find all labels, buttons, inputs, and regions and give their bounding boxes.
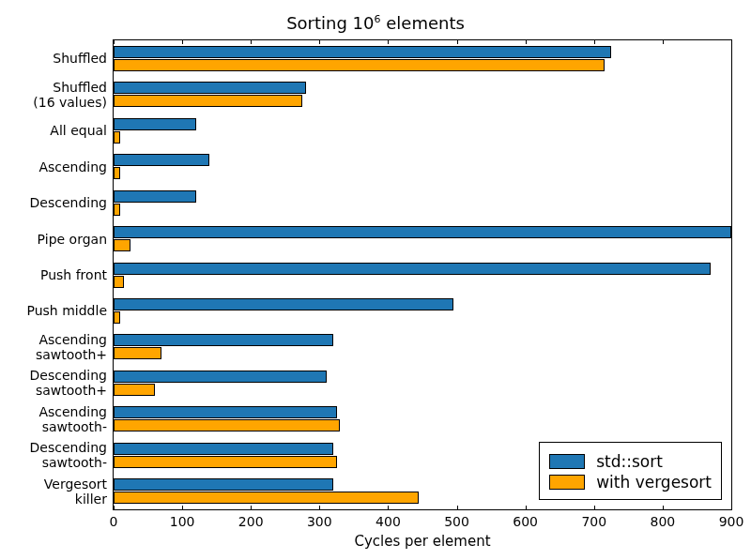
legend-label-std: std::sort xyxy=(596,452,663,471)
y-tick-label: Vergesort killer xyxy=(44,477,107,507)
bar-vergesort xyxy=(114,456,337,468)
y-tick-label: All equal xyxy=(50,123,107,138)
x-tick-mark xyxy=(114,506,115,510)
x-tick-mark xyxy=(388,506,389,510)
bar-vergesort xyxy=(114,311,120,324)
plot-area: std::sort with vergesort xyxy=(113,39,732,510)
x-tick-mark xyxy=(114,39,115,44)
bar-vergesort xyxy=(114,167,120,179)
x-tick-mark xyxy=(182,506,183,510)
y-tick-label: Shuffled (16 values) xyxy=(33,80,107,110)
x-tick-label: 200 xyxy=(238,514,264,529)
bar-vergesort xyxy=(114,95,302,107)
y-tick-label: Push middle xyxy=(27,303,108,318)
bar-std-sort xyxy=(114,263,711,275)
x-tick-mark xyxy=(526,506,527,510)
x-tick-mark xyxy=(594,506,595,510)
bar-std-sort xyxy=(114,478,333,491)
y-tick-label: Descending sawtooth+ xyxy=(30,368,107,398)
y-tick-label: Descending sawtooth- xyxy=(30,440,107,470)
bar-vergesort xyxy=(114,239,130,251)
y-tick-label: Ascending sawtooth+ xyxy=(36,332,107,362)
figure: Sorting 106 elements std::sort with verg… xyxy=(0,0,751,560)
x-tick-label: 400 xyxy=(376,514,401,529)
bar-vergesort xyxy=(114,131,120,144)
bar-std-sort xyxy=(114,82,306,94)
y-tick-label: Push front xyxy=(40,267,107,282)
legend-swatch-vergesort xyxy=(549,475,585,490)
y-tick-label: Descending xyxy=(30,195,107,210)
x-tick-label: 700 xyxy=(581,514,606,529)
x-tick-label: 600 xyxy=(513,514,538,529)
x-tick-mark xyxy=(594,39,595,44)
x-tick-mark xyxy=(457,506,458,510)
bar-vergesort xyxy=(114,347,161,359)
legend: std::sort with vergesort xyxy=(539,442,722,500)
x-tick-mark xyxy=(731,506,732,510)
bar-vergesort xyxy=(114,59,605,71)
bar-vergesort xyxy=(114,204,120,216)
x-tick-label: 300 xyxy=(307,514,332,529)
bar-std-sort xyxy=(114,190,196,203)
title-exponent: 6 xyxy=(375,13,381,25)
x-tick-mark xyxy=(388,39,389,44)
y-tick-label: Shuffled xyxy=(53,51,107,66)
legend-swatch-std xyxy=(549,454,585,469)
bar-std-sort xyxy=(114,334,333,346)
bar-vergesort xyxy=(114,419,340,431)
bar-vergesort xyxy=(114,384,155,396)
x-tick-mark xyxy=(663,39,664,44)
x-tick-mark xyxy=(251,506,252,510)
bar-std-sort xyxy=(114,406,337,418)
x-tick-label: 0 xyxy=(110,514,118,529)
x-tick-label: 800 xyxy=(651,514,676,529)
x-tick-label: 100 xyxy=(170,514,195,529)
x-tick-label: 500 xyxy=(444,514,469,529)
x-tick-mark xyxy=(182,39,183,44)
bar-std-sort xyxy=(114,443,333,455)
x-tick-label: 900 xyxy=(719,514,744,529)
x-tick-mark xyxy=(526,39,527,44)
x-tick-mark xyxy=(457,39,458,44)
title-base: 10 xyxy=(353,13,375,33)
bar-vergesort xyxy=(114,492,419,504)
bar-std-sort xyxy=(114,154,209,166)
x-tick-mark xyxy=(319,506,320,510)
title-prefix: Sorting xyxy=(286,13,352,33)
bar-std-sort xyxy=(114,226,731,238)
legend-item-std-sort: std::sort xyxy=(549,452,712,471)
x-tick-mark xyxy=(731,39,732,44)
y-tick-label: Pipe organ xyxy=(38,231,107,246)
y-tick-label: Ascending sawtooth- xyxy=(38,404,107,434)
x-tick-mark xyxy=(663,506,664,510)
title-suffix: elements xyxy=(381,13,465,33)
legend-item-vergesort: with vergesort xyxy=(549,473,712,492)
bar-vergesort xyxy=(114,276,124,288)
chart-title: Sorting 106 elements xyxy=(0,13,751,33)
x-tick-mark xyxy=(319,39,320,44)
bar-std-sort xyxy=(114,46,611,58)
x-tick-mark xyxy=(251,39,252,44)
legend-label-vergesort: with vergesort xyxy=(596,473,712,492)
x-axis-label: Cycles per element xyxy=(113,533,732,550)
y-tick-label: Ascending xyxy=(38,159,107,174)
bar-std-sort xyxy=(114,371,327,383)
bar-std-sort xyxy=(114,118,196,130)
bar-std-sort xyxy=(114,298,453,310)
